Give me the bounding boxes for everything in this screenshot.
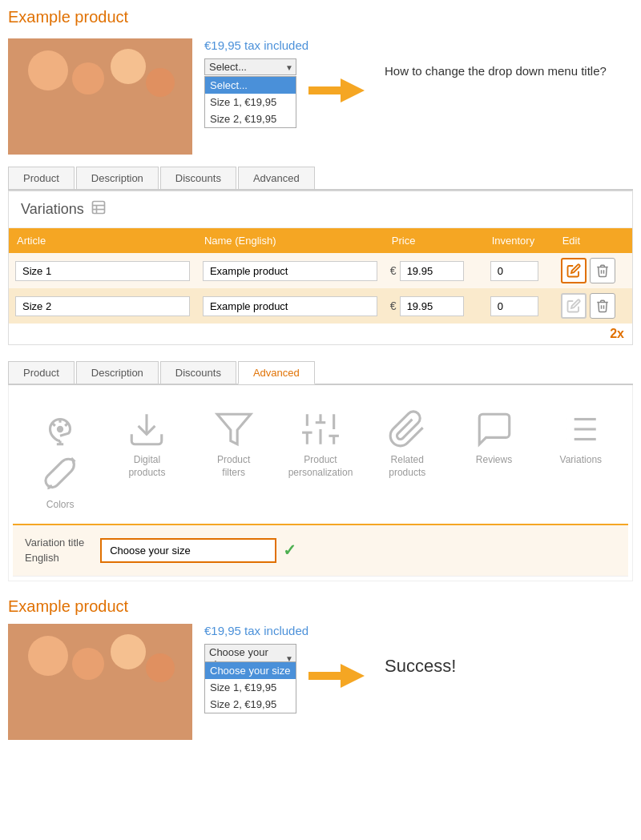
tab-1-description[interactable]: Description [76, 167, 159, 189]
product-image-1 [8, 38, 192, 155]
col-inventory: Inventory [484, 228, 554, 253]
tab-2-advanced[interactable]: Advanced [238, 361, 315, 384]
tab-2-discounts[interactable]: Discounts [160, 361, 236, 384]
price-input-1[interactable] [400, 261, 464, 281]
dropdown-2[interactable]: Choose your size ▼ Choose your size Size… [204, 644, 296, 673]
success-text: Success! [385, 656, 456, 677]
svg-point-6 [60, 66, 108, 147]
tab-1-discounts[interactable]: Discounts [160, 167, 236, 189]
inventory-input-2[interactable] [490, 296, 538, 316]
two-x-badge: 2x [9, 324, 632, 344]
product-price-1: €19,95 tax included [204, 38, 633, 52]
page-title-1: Example product [8, 8, 633, 26]
col-edit: Edit [554, 228, 632, 253]
arrow-1 [308, 74, 365, 107]
dropdown-option-2-2[interactable]: Size 2, €19,95 [205, 696, 296, 713]
icon-variations[interactable]: Variations [538, 409, 624, 512]
icon-filters-label: Productfilters [217, 454, 250, 479]
edit-button-1[interactable] [561, 258, 587, 283]
tab-1-product[interactable]: Product [8, 167, 75, 189]
svg-point-41 [134, 651, 179, 728]
icon-digital-label: Digitalproducts [128, 454, 165, 479]
svg-marker-17 [217, 414, 251, 444]
variations-title: Variations [21, 201, 84, 218]
svg-point-40 [95, 645, 146, 728]
svg-point-7 [95, 59, 146, 143]
product-price-2: €19,95 tax included [204, 624, 633, 637]
dropdown-options-1: Select... Size 1, €19,95 Size 2, €19,95 [204, 76, 296, 128]
question-text: How to change the drop down menu title? [385, 62, 607, 79]
svg-rect-37 [148, 629, 151, 654]
col-price: Price [384, 228, 484, 253]
arrow-icon-1 [308, 74, 365, 107]
svg-rect-11 [92, 202, 104, 214]
dropdown-option-1-1[interactable]: Size 1, €19,95 [205, 94, 296, 111]
article-input-2[interactable] [15, 296, 190, 316]
tabs-1: Product Description Discounts Advanced [8, 167, 633, 191]
name-input-2[interactable] [203, 296, 377, 316]
svg-marker-42 [308, 664, 365, 688]
edit-button-2[interactable] [561, 293, 587, 319]
variation-title-row: Variation title English ✓ [13, 524, 628, 577]
svg-point-39 [60, 652, 108, 732]
icon-personalization[interactable]: Productpersonalization [277, 409, 364, 512]
icon-digital[interactable]: Digitalproducts [103, 409, 190, 512]
svg-rect-4 [148, 43, 151, 69]
svg-rect-35 [72, 628, 75, 656]
tab-2-product[interactable]: Product [8, 361, 75, 384]
dropdown-option-1-2[interactable]: Size 2, €19,95 [205, 111, 296, 127]
inventory-input-1[interactable] [490, 261, 538, 281]
arrow-icon-2 [308, 660, 365, 692]
price-input-2[interactable] [400, 296, 464, 316]
variations-icon [91, 199, 107, 219]
icon-colors[interactable]: Colors [17, 409, 103, 512]
icon-reviews[interactable]: Reviews [450, 409, 537, 512]
tabs-2: Product Description Discounts Advanced [8, 361, 633, 385]
dropdown-selected-1[interactable]: Select... ▼ [204, 58, 296, 75]
icon-related-label: Relatedproducts [389, 454, 425, 479]
delete-button-1[interactable] [590, 258, 615, 283]
page-title-2: Example product [8, 597, 633, 616]
variations-section: Variations Article Name (English) Price … [8, 191, 633, 345]
dropdown-option-2-0[interactable]: Choose your size [205, 662, 296, 679]
icons-row: Colors Digitalproducts Productfilters [13, 397, 628, 524]
svg-marker-10 [308, 78, 365, 102]
variation-title-input[interactable] [100, 538, 276, 563]
dropdown-option-1-0[interactable]: Select... [205, 77, 296, 94]
icon-variations-label: Variations [560, 454, 602, 467]
euro-2: € [390, 299, 397, 312]
icon-colors-label: Colors [46, 499, 75, 512]
svg-rect-33 [8, 624, 192, 740]
article-input-1[interactable] [15, 261, 190, 281]
name-input-1[interactable] [203, 261, 377, 281]
col-article: Article [9, 228, 196, 253]
dropdown-1[interactable]: Select... ▼ Select... Size 1, €19,95 Siz… [204, 58, 296, 75]
svg-point-5 [20, 58, 76, 147]
svg-point-9 [87, 72, 106, 85]
dropdown-option-2-1[interactable]: Size 1, €19,95 [205, 679, 296, 696]
checkmark-icon: ✓ [283, 541, 296, 560]
icon-related[interactable]: Relatedproducts [364, 409, 450, 512]
svg-point-38 [20, 644, 76, 732]
svg-rect-2 [72, 42, 75, 70]
dropdown-options-2: Choose your size Size 1, €19,95 Size 2, … [204, 661, 296, 713]
tab-1-advanced[interactable]: Advanced [238, 167, 315, 189]
svg-point-8 [134, 66, 179, 143]
icon-filters[interactable]: Productfilters [191, 409, 277, 512]
table-row: € [9, 253, 632, 288]
dropdown-caret-1: ▼ [285, 62, 293, 71]
icon-personalization-label: Productpersonalization [288, 454, 353, 479]
variations-table: Article Name (English) Price Inventory E… [9, 228, 632, 324]
variation-title-label: Variation title [25, 535, 84, 551]
table-row: € [9, 288, 632, 324]
delete-button-2[interactable] [590, 293, 615, 319]
svg-rect-34 [32, 630, 35, 654]
svg-rect-0 [8, 38, 192, 155]
product-image-2 [8, 624, 192, 740]
col-name: Name (English) [196, 228, 384, 253]
variation-lang-label: English [25, 550, 84, 566]
arrow-2 [308, 660, 365, 692]
svg-point-15 [57, 426, 63, 432]
tab-2-description[interactable]: Description [76, 361, 159, 384]
svg-rect-36 [112, 630, 115, 653]
